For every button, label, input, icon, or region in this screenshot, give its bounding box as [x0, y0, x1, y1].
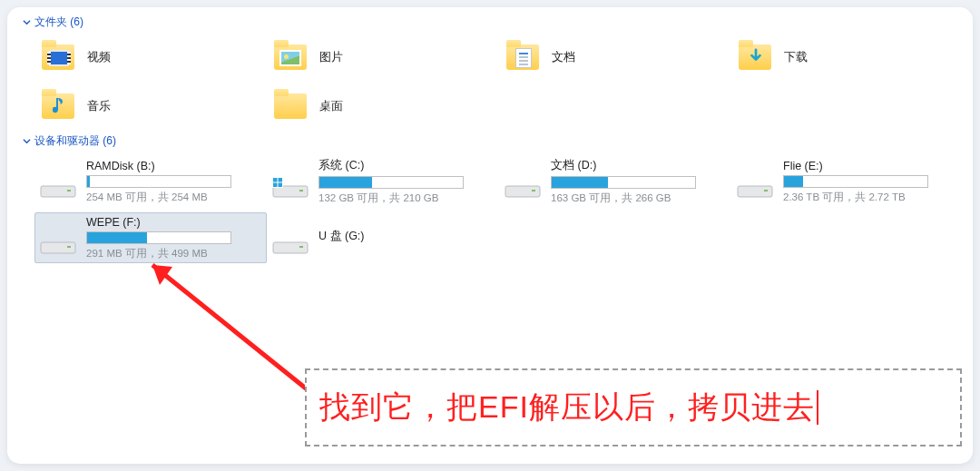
folder-icon: [505, 41, 541, 74]
svg-rect-3: [299, 190, 303, 191]
folder-label: 音乐: [87, 98, 111, 114]
chevron-down-icon: [22, 137, 31, 146]
explorer-window: 文件夹 (6) 视频 图片 文档: [7, 7, 973, 464]
svg-rect-5: [273, 178, 278, 182]
svg-rect-12: [764, 190, 768, 191]
drive-usage-bar: [86, 175, 231, 188]
windows-badge-icon: [272, 177, 283, 188]
drive-usage-bar: [783, 175, 928, 188]
drive-name: Flie (E:): [783, 160, 956, 172]
drive-stats: 291 MB 可用，共 499 MB: [86, 247, 259, 260]
drive-icon: [271, 219, 309, 257]
drive-name: RAMDisk (B:): [86, 160, 259, 172]
text-cursor-icon: [817, 390, 818, 425]
section-header-drives-label: 设备和驱动器 (6): [34, 133, 116, 149]
svg-rect-6: [279, 178, 283, 182]
drive-flie[interactable]: Flie (E:) 2.36 TB 可用，共 2.72 TB: [731, 156, 964, 207]
music-note-icon: [53, 95, 67, 117]
folder-icon: [272, 90, 309, 123]
svg-rect-8: [279, 183, 283, 188]
drive-stats: 254 MB 可用，共 254 MB: [86, 191, 259, 204]
svg-rect-10: [532, 190, 535, 191]
folder-icon: [272, 41, 309, 74]
explorer-content: 文件夹 (6) 视频 图片 文档: [7, 7, 973, 464]
drive-usage-bar: [551, 176, 696, 189]
drive-name: WEPE (F:): [86, 216, 259, 229]
drive-ramdisk[interactable]: RAMDisk (B:) 254 MB 可用，共 254 MB: [34, 156, 267, 207]
drive-usage-bar: [86, 231, 231, 244]
drive-stats: 132 GB 可用，共 210 GB: [318, 191, 491, 205]
drive-stats: 163 GB 可用，共 266 GB: [551, 191, 723, 205]
folder-music[interactable]: 音乐: [34, 84, 267, 128]
svg-rect-1: [67, 190, 71, 191]
annotation-text: 找到它，把EFI解压以后，拷贝进去: [319, 387, 815, 428]
drive-icon: [504, 162, 542, 201]
drive-name: U 盘 (G:): [318, 229, 491, 244]
svg-rect-7: [273, 183, 278, 188]
folder-documents[interactable]: 文档: [499, 35, 731, 79]
drive-name: 文档 (D:): [551, 158, 723, 173]
drive-name: 系统 (C:): [318, 158, 491, 173]
folder-pictures[interactable]: 图片: [267, 35, 499, 79]
folder-label: 图片: [319, 49, 343, 65]
section-header-folders-label: 文件夹 (6): [34, 15, 83, 30]
section-header-folders[interactable]: 文件夹 (6): [7, 13, 973, 35]
folder-label: 视频: [87, 49, 111, 65]
annotation-callout: 找到它，把EFI解压以后，拷贝进去: [305, 368, 962, 446]
chevron-down-icon: [22, 18, 31, 27]
folder-desktop[interactable]: 桌面: [267, 84, 499, 128]
svg-rect-14: [67, 246, 71, 248]
svg-rect-16: [299, 246, 303, 248]
drive-icon: [39, 162, 77, 201]
drive-wepe[interactable]: WEPE (F:) 291 MB 可用，共 499 MB: [34, 212, 267, 263]
drive-stats: 2.36 TB 可用，共 2.72 TB: [783, 191, 956, 204]
folder-icon: [737, 41, 773, 74]
drives-grid: RAMDisk (B:) 254 MB 可用，共 254 MB 系统 (C:) …: [7, 154, 973, 263]
drive-docs[interactable]: 文档 (D:) 163 GB 可用，共 266 GB: [499, 156, 731, 207]
drive-icon: [271, 162, 309, 201]
folder-icon: [40, 90, 76, 123]
folders-grid: 视频 图片 文档: [7, 35, 973, 128]
drive-usage-bar: [318, 176, 464, 189]
svg-marker-18: [152, 265, 172, 285]
drive-icon: [736, 162, 774, 201]
svg-line-17: [152, 265, 310, 392]
folder-downloads[interactable]: 下载: [731, 35, 964, 79]
folder-video[interactable]: 视频: [34, 35, 267, 79]
drive-udisk[interactable]: U 盘 (G:): [267, 212, 499, 263]
folder-label: 桌面: [319, 98, 343, 114]
folder-icon: [40, 41, 76, 74]
drive-icon: [39, 219, 77, 257]
folder-label: 文档: [552, 49, 575, 65]
section-header-drives[interactable]: 设备和驱动器 (6): [7, 128, 973, 154]
drive-system[interactable]: 系统 (C:) 132 GB 可用，共 210 GB: [267, 156, 499, 207]
folder-label: 下载: [784, 49, 808, 65]
download-arrow-icon: [748, 48, 764, 64]
